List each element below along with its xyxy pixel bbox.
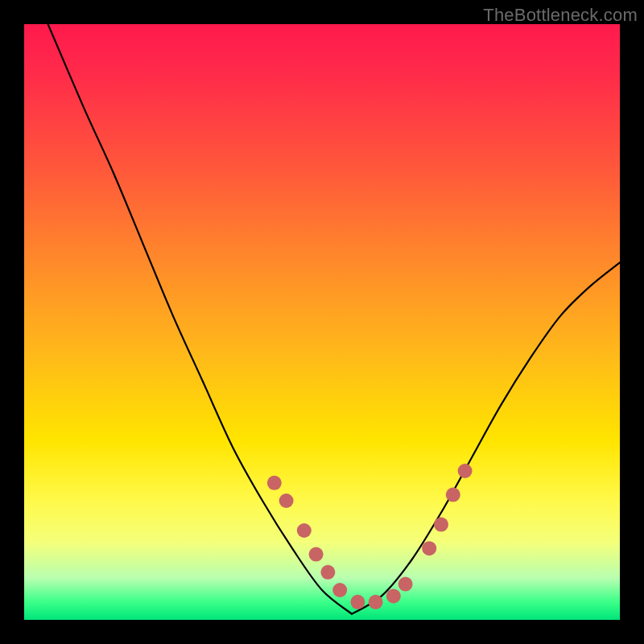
data-marker [434,518,448,532]
data-marker [369,595,383,609]
data-marker [267,476,282,490]
data-marker [350,595,365,609]
data-marker [458,464,473,478]
data-marker [332,583,347,597]
data-marker [422,541,436,555]
chart-svg [24,24,620,620]
chart-frame: TheBottleneck.com [0,0,644,644]
series-right-curve [352,262,620,614]
data-marker [320,565,335,580]
data-marker [279,493,294,508]
plot-area [24,24,620,620]
data-marker [297,523,312,538]
data-marker [398,577,413,592]
watermark-label: TheBottleneck.com [483,5,638,26]
data-marker [309,547,324,562]
data-marker [446,488,460,502]
data-marker [386,588,401,603]
